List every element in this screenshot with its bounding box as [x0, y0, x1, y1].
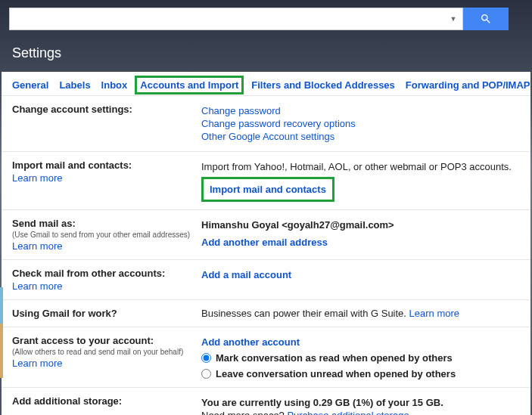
grant-access-sub: (Allow others to read and send mail on y…	[12, 348, 201, 356]
send-mail-as-learn-more[interactable]: Learn more	[12, 240, 201, 252]
settings-tabs: General Labels Inbox Accounts and Import…	[2, 72, 530, 96]
search-icon	[480, 13, 492, 25]
import-mail-desc: Import from Yahoo!, Hotmail, AOL, or oth…	[201, 161, 520, 172]
tab-labels[interactable]: Labels	[59, 79, 90, 91]
tab-inbox[interactable]: Inbox	[101, 79, 128, 91]
search-box[interactable]: ▼	[9, 8, 463, 30]
leave-unread-label: Leave conversation unread when opened by…	[216, 368, 456, 379]
mark-as-read-label: Mark conversation as read when opened by…	[216, 352, 453, 364]
import-mail-and-contacts-link[interactable]: Import mail and contacts	[210, 184, 326, 195]
tab-forwarding[interactable]: Forwarding and POP/IMAP	[406, 79, 530, 91]
mark-as-read-radio[interactable]	[201, 353, 211, 363]
check-mail-learn-more[interactable]: Learn more	[12, 280, 201, 292]
import-mail-learn-more[interactable]: Learn more	[12, 172, 201, 184]
section-send-mail-as: Send mail as: (Use Gmail to send from yo…	[2, 210, 530, 260]
search-button[interactable]	[463, 8, 509, 30]
search-options-dropdown-icon[interactable]: ▼	[444, 8, 462, 29]
grant-access-label: Grant access to your account:	[12, 335, 201, 346]
change-recovery-link[interactable]: Change password recovery options	[201, 118, 356, 129]
section-grant-access: Grant access to your account: (Allow oth…	[2, 327, 530, 388]
storage-usage: You are currently using 0.29 GB (1%) of …	[201, 397, 520, 408]
gsuite-learn-more[interactable]: Learn more	[409, 308, 459, 319]
storage-label: Add additional storage:	[12, 395, 201, 407]
check-mail-label: Check mail from other accounts:	[12, 268, 201, 279]
import-mail-label: Import mail and contacts:	[12, 159, 201, 171]
grant-access-learn-more[interactable]: Learn more	[12, 358, 201, 369]
section-change-account: Change account settings: Change password…	[2, 96, 530, 152]
send-mail-as-sub: (Use Gmail to send from your other email…	[12, 231, 201, 239]
change-account-label: Change account settings:	[12, 104, 201, 115]
gsuite-label: Using Gmail for work?	[12, 308, 201, 319]
send-mail-as-label: Send mail as:	[12, 218, 201, 229]
tab-filters[interactable]: Filters and Blocked Addresses	[251, 79, 395, 91]
section-storage: Add additional storage: You are currentl…	[2, 388, 530, 415]
storage-need-more: Need more space?	[201, 410, 287, 415]
tab-general[interactable]: General	[12, 79, 48, 91]
purchase-storage-link[interactable]: Purchase additional storage	[287, 410, 409, 415]
add-another-account-link[interactable]: Add another account	[201, 336, 300, 348]
section-check-mail: Check mail from other accounts: Learn mo…	[2, 260, 530, 300]
leave-unread-radio[interactable]	[201, 369, 211, 379]
search-input[interactable]	[10, 8, 444, 29]
background-decoration	[0, 287, 3, 378]
tab-accounts-and-import[interactable]: Accounts and Import	[135, 76, 244, 94]
page-title: Settings	[12, 45, 520, 61]
section-gsuite: Using Gmail for work? Businesses can pow…	[2, 300, 530, 327]
gsuite-desc: Businesses can power their email with G …	[201, 308, 409, 319]
change-password-link[interactable]: Change password	[201, 105, 281, 116]
section-import-mail: Import mail and contacts: Learn more Imp…	[2, 152, 530, 210]
send-mail-identity: Himanshu Goyal <goyalh27@gmail.com>	[201, 219, 520, 231]
other-account-settings-link[interactable]: Other Google Account settings	[201, 131, 334, 142]
settings-panel: General Labels Inbox Accounts and Import…	[2, 72, 530, 415]
add-another-email-link[interactable]: Add another email address	[201, 237, 328, 248]
add-mail-account-link[interactable]: Add a mail account	[201, 269, 291, 280]
